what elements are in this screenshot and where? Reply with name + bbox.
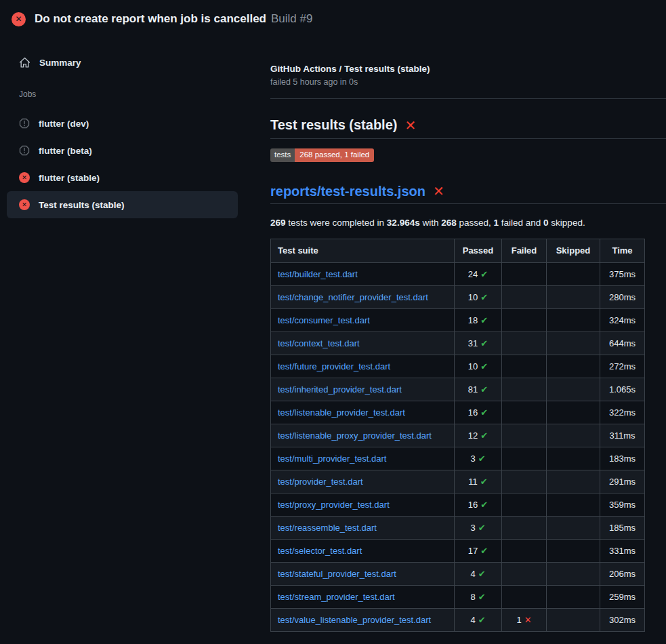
badge-label: tests [270,148,295,162]
sidebar-item-flutter-dev[interactable]: flutter (dev) [7,110,238,137]
check-icon: ✔ [480,430,488,441]
failed-cell [502,378,547,401]
column-header-test-suite: Test suite [271,239,455,262]
failed-cell [502,470,547,493]
failed-cell [502,516,547,539]
suite-link[interactable]: test/future_provider_test.dart [278,361,390,371]
passed-cell-value: 16 [468,500,478,510]
check-icon: ✔ [480,315,488,325]
column-header-passed: Passed [455,239,502,262]
suite-link[interactable]: test/inherited_provider_test.dart [278,384,402,395]
suite-cell: test/value_listenable_provider_test.dart [271,608,455,631]
table-row: test/listenable_proxy_provider_test.dart… [271,424,645,447]
build-failed-icon: ✕ [12,12,26,26]
passed-cell-value: 10 [468,361,478,371]
failed-x-icon: ✕ [433,184,444,198]
skipped-cell [547,516,600,539]
sidebar-item-test-results-stable[interactable]: ✕ Test results (stable) [7,191,238,218]
table-row: test/context_test.dart31✔644ms [271,331,645,355]
sidebar-item-flutter-beta[interactable]: flutter (beta) [7,137,238,164]
job-neutral-icon [19,118,30,129]
passed-cell-value: 18 [468,315,478,325]
passed-cell: 3✔ [455,516,502,539]
suite-link[interactable]: test/context_test.dart [278,338,360,348]
suite-cell: test/inherited_provider_test.dart [271,378,455,401]
suite-link[interactable]: test/reassemble_test.dart [278,523,377,533]
passed-cell: 4✔ [455,608,502,631]
suite-link[interactable]: test/listenable_proxy_provider_test.dart [278,430,432,441]
table-row: test/future_provider_test.dart10✔272ms [271,355,645,378]
check-icon: ✔ [480,338,488,348]
summary-text: tests were completed in [286,218,387,228]
tests-badge: tests 268 passed, 1 failed [270,148,374,162]
passed-cell: 16✔ [455,401,502,424]
failed-cell [502,308,547,331]
suite-link[interactable]: test/stream_provider_test.dart [278,592,395,602]
passed-cell: 24✔ [455,262,502,285]
passed-cell-value: 3 [470,523,475,533]
sidebar-item-flutter-stable[interactable]: ✕ flutter (stable) [7,164,238,191]
table-row: test/listenable_provider_test.dart16✔322… [271,401,645,424]
suite-link[interactable]: test/change_notifier_provider_test.dart [278,292,428,302]
skipped-cell [547,447,600,470]
run-status-line: failed 5 hours ago in 0s [270,77,666,87]
skipped-cell [547,493,600,516]
suite-link[interactable]: test/provider_test.dart [278,477,363,487]
passed-cell: 8✔ [455,585,502,608]
column-header-failed: Failed [502,239,547,262]
check-icon: ✔ [480,384,488,395]
failed-cell [502,285,547,308]
passed-cell: 10✔ [455,285,502,308]
passed-cell: 3✔ [455,447,502,470]
report-file-link[interactable]: reports/test-results.json [270,184,425,199]
suite-link[interactable]: test/multi_provider_test.dart [278,454,386,464]
time-cell: 280ms [600,285,645,308]
report-heading: reports/test-results.json ✕ [270,184,666,204]
time-cell: 324ms [600,308,645,331]
suite-link[interactable]: test/value_listenable_provider_test.dart [278,615,431,625]
test-results-table: Test suitePassedFailedSkippedTime test/b… [270,239,645,632]
suite-cell: test/listenable_provider_test.dart [271,401,455,424]
passed-cell-value: 81 [468,384,478,395]
suite-link[interactable]: test/consumer_test.dart [278,315,370,325]
failed-cell: 1✕ [502,608,547,631]
table-row: test/change_notifier_provider_test.dart1… [271,285,645,308]
time-cell: 206ms [600,562,645,585]
table-row: test/value_listenable_provider_test.dart… [271,608,645,631]
passed-cell-value: 31 [468,338,478,348]
time-cell: 302ms [600,608,645,631]
check-icon: ✔ [478,523,486,533]
table-row: test/multi_provider_test.dart3✔183ms [271,447,645,470]
time-cell: 322ms [600,401,645,424]
suite-link[interactable]: test/stateful_provider_test.dart [278,569,396,579]
build-number: Build #9 [271,12,312,26]
jobs-list: flutter (dev) flutter (beta) ✕ flutter (… [7,110,238,218]
suite-link[interactable]: test/listenable_provider_test.dart [278,407,405,418]
check-icon: ✔ [480,407,488,418]
suite-cell: test/reassemble_test.dart [271,516,455,539]
failed-cell [502,331,547,355]
jobs-section-label: Jobs [7,89,238,102]
passed-count: 268 [441,218,457,228]
passed-cell-value: 10 [468,292,478,302]
suite-cell: test/listenable_proxy_provider_test.dart [271,424,455,447]
home-icon [19,57,30,68]
passed-cell: 17✔ [455,539,502,562]
time-cell: 644ms [600,331,645,355]
suite-link[interactable]: test/proxy_provider_test.dart [278,500,390,510]
failed-cell [502,447,547,470]
suite-link[interactable]: test/builder_test.dart [278,269,358,279]
time-cell: 331ms [600,539,645,562]
column-header-skipped: Skipped [547,239,600,262]
time-cell: 185ms [600,516,645,539]
time-cell: 259ms [600,585,645,608]
failed-cell [502,262,547,285]
suite-cell: test/selector_test.dart [271,539,455,562]
passed-cell-value: 3 [470,454,475,464]
suite-cell: test/builder_test.dart [271,262,455,285]
sidebar-item-summary[interactable]: Summary [7,50,238,75]
check-icon: ✔ [478,592,486,602]
suite-link[interactable]: test/selector_test.dart [278,546,362,556]
table-row: test/builder_test.dart24✔375ms [271,262,645,285]
failed-cell [502,562,547,585]
